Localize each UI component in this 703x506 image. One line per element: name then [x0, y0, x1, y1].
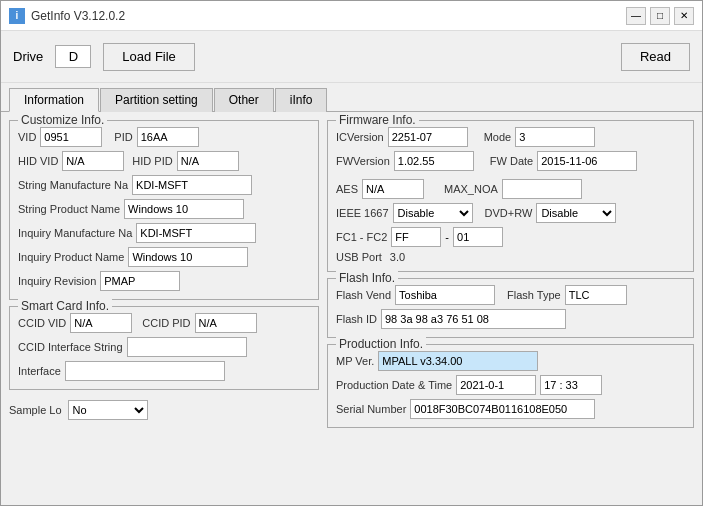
ccid-iface-label: CCID Interface String: [18, 341, 123, 353]
maximize-button[interactable]: □: [650, 7, 670, 25]
ccid-pid-input[interactable]: [195, 313, 257, 333]
main-window: i GetInfo V3.12.0.2 — □ ✕ Drive D Load F…: [0, 0, 703, 506]
read-button[interactable]: Read: [621, 43, 690, 71]
dvd-rw-label: DVD+RW: [485, 207, 533, 219]
ccid-vid-input[interactable]: [70, 313, 132, 333]
drive-value: D: [55, 45, 91, 68]
fw-date-input[interactable]: [537, 151, 637, 171]
max-noa-input[interactable]: [502, 179, 582, 199]
prod-date-input[interactable]: [456, 375, 536, 395]
fc-label: FC1 - FC2: [336, 231, 387, 243]
flash-info-title: Flash Info.: [336, 271, 398, 285]
str-mfg-input[interactable]: [132, 175, 252, 195]
hid-vid-label: HID VID: [18, 155, 58, 167]
usb-port-label: USB Port: [336, 251, 382, 263]
aes-input[interactable]: [362, 179, 424, 199]
tab-other[interactable]: Other: [214, 88, 274, 112]
ieee-row: IEEE 1667 Disable DVD+RW Disable: [336, 203, 685, 223]
tab-bar: Information Partition setting Other iInf…: [1, 83, 702, 112]
hid-pid-label: HID PID: [132, 155, 172, 167]
str-mfg-row: String Manufacture Na: [18, 175, 310, 195]
serial-row: Serial Number: [336, 399, 685, 419]
prod-time-input[interactable]: [540, 375, 602, 395]
firmware-info-title: Firmware Info.: [336, 113, 419, 127]
ccid-vid-label: CCID VID: [18, 317, 66, 329]
load-file-button[interactable]: Load File: [103, 43, 194, 71]
serial-input[interactable]: [410, 399, 595, 419]
fc2-input[interactable]: [453, 227, 503, 247]
inq-rev-label: Inquiry Revision: [18, 275, 96, 287]
main-content: Customize Info. VID PID HID VID HID PID …: [1, 112, 702, 505]
flash-type-input[interactable]: [565, 285, 627, 305]
minimize-button[interactable]: —: [626, 7, 646, 25]
fc-row: FC1 - FC2 -: [336, 227, 685, 247]
flash-vend-row: Flash Vend Flash Type: [336, 285, 685, 305]
smart-card-info-group: Smart Card Info. CCID VID CCID PID CCID …: [9, 306, 319, 390]
pid-label: PID: [114, 131, 132, 143]
flash-vend-input[interactable]: [395, 285, 495, 305]
str-prod-input[interactable]: [124, 199, 244, 219]
sample-select[interactable]: No: [68, 400, 148, 420]
hid-vid-row: HID VID HID PID: [18, 151, 310, 171]
iface-input[interactable]: [65, 361, 225, 381]
serial-label: Serial Number: [336, 403, 406, 415]
mode-label: Mode: [484, 131, 512, 143]
iface-label: Interface: [18, 365, 61, 377]
mp-ver-input[interactable]: [378, 351, 538, 371]
pid-input[interactable]: [137, 127, 199, 147]
fc1-input[interactable]: [391, 227, 441, 247]
title-bar: i GetInfo V3.12.0.2 — □ ✕: [1, 1, 702, 31]
iface-row: Interface: [18, 361, 310, 381]
inq-prod-label: Inquiry Product Name: [18, 251, 124, 263]
fw-ver-row: FWVersion FW Date: [336, 151, 685, 171]
inq-prod-row: Inquiry Product Name: [18, 247, 310, 267]
prod-date-row: Production Date & Time: [336, 375, 685, 395]
flash-id-label: Flash ID: [336, 313, 377, 325]
ccid-iface-input[interactable]: [127, 337, 247, 357]
flash-id-input[interactable]: [381, 309, 566, 329]
tab-information[interactable]: Information: [9, 88, 99, 112]
hid-pid-input[interactable]: [177, 151, 239, 171]
window-controls: — □ ✕: [626, 7, 694, 25]
title-bar-left: i GetInfo V3.12.0.2: [9, 8, 125, 24]
mode-input[interactable]: [515, 127, 595, 147]
fc-dash: -: [445, 231, 449, 243]
dvd-rw-select[interactable]: Disable: [536, 203, 616, 223]
mp-ver-label: MP Ver.: [336, 355, 374, 367]
production-info-group: Production Info. MP Ver. Production Date…: [327, 344, 694, 428]
customize-info-group: Customize Info. VID PID HID VID HID PID …: [9, 120, 319, 300]
tab-iinfo[interactable]: iInfo: [275, 88, 328, 112]
ieee-select[interactable]: Disable: [393, 203, 473, 223]
drive-label: Drive: [13, 49, 43, 64]
hid-vid-input[interactable]: [62, 151, 124, 171]
vid-input[interactable]: [40, 127, 102, 147]
inq-mfg-row: Inquiry Manufacture Na: [18, 223, 310, 243]
mp-ver-row: MP Ver.: [336, 351, 685, 371]
inq-rev-row: Inquiry Revision: [18, 271, 310, 291]
tab-partition-setting[interactable]: Partition setting: [100, 88, 213, 112]
ieee-label: IEEE 1667: [336, 207, 389, 219]
firmware-info-group: Firmware Info. ICVersion Mode FWVersion …: [327, 120, 694, 272]
sample-row: Sample Lo No: [9, 400, 319, 420]
prod-date-label: Production Date & Time: [336, 379, 452, 391]
inq-prod-input[interactable]: [128, 247, 248, 267]
ccid-pid-label: CCID PID: [142, 317, 190, 329]
close-button[interactable]: ✕: [674, 7, 694, 25]
usb-port-value: 3.0: [390, 251, 405, 263]
customize-info-title: Customize Info.: [18, 113, 107, 127]
ic-ver-input[interactable]: [388, 127, 468, 147]
inq-rev-input[interactable]: [100, 271, 180, 291]
flash-type-label: Flash Type: [507, 289, 561, 301]
toolbar: Drive D Load File Read: [1, 31, 702, 83]
app-icon: i: [9, 8, 25, 24]
sample-label: Sample Lo: [9, 404, 62, 416]
left-panel: Customize Info. VID PID HID VID HID PID …: [9, 120, 319, 497]
fw-ver-input[interactable]: [394, 151, 474, 171]
ccid-iface-row: CCID Interface String: [18, 337, 310, 357]
flash-id-row: Flash ID: [336, 309, 685, 329]
str-prod-row: String Product Name: [18, 199, 310, 219]
usb-port-row: USB Port 3.0: [336, 251, 685, 263]
max-noa-label: MAX_NOA: [444, 183, 498, 195]
fw-date-label: FW Date: [490, 155, 533, 167]
inq-mfg-input[interactable]: [136, 223, 256, 243]
